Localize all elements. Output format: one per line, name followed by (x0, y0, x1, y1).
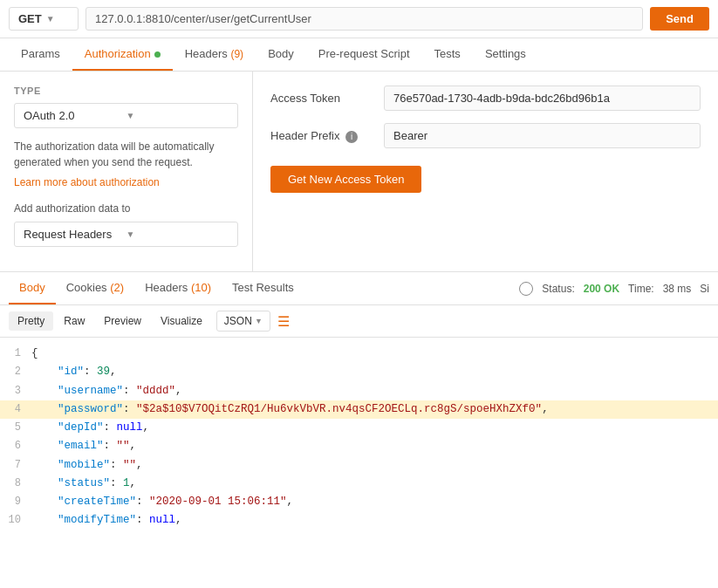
access-token-field: Access Token (270, 85, 701, 111)
add-to-select[interactable]: Request Headers ▼ (14, 222, 238, 247)
auth-desc: The authorization data will be automatic… (14, 139, 238, 170)
add-to-value: Request Headers (24, 228, 127, 241)
table-row: 6 "email": "", (0, 437, 718, 455)
visualize-button[interactable]: Visualize (152, 311, 211, 331)
status-label: Status: (542, 283, 574, 295)
header-prefix-info-icon[interactable]: i (345, 131, 358, 143)
auth-right: Access Token Header Prefix i Get New Acc… (253, 72, 718, 271)
send-button[interactable]: Send (650, 7, 709, 31)
tab-tests[interactable]: Tests (422, 38, 473, 71)
size-label: Si (700, 283, 709, 295)
line-content: { (31, 345, 718, 363)
line-content: "email": "", (31, 437, 718, 455)
tab-settings[interactable]: Settings (473, 38, 538, 71)
tab-prerequest[interactable]: Pre-request Script (306, 38, 422, 71)
line-content: "modifyTime": null, (31, 511, 718, 530)
tab-body-result[interactable]: Body (9, 272, 56, 304)
auth-panel: TYPE OAuth 2.0 ▼ The authorization data … (0, 72, 718, 272)
globe-icon (519, 282, 533, 296)
line-content: "mobile": "", (31, 456, 718, 475)
pretty-button[interactable]: Pretty (9, 311, 53, 331)
header-prefix-field: Header Prefix i (270, 123, 701, 148)
type-arrow-icon: ▼ (127, 111, 229, 120)
line-number: 3 (0, 382, 31, 400)
line-content: "id": 39, (31, 363, 718, 381)
line-number: 5 (0, 419, 31, 436)
table-row: 7 "mobile": "", (0, 456, 718, 475)
time-label: Time: (628, 283, 654, 295)
url-bar: GET ▼ Send (0, 0, 718, 38)
format-select[interactable]: JSON ▼ (216, 311, 270, 332)
line-number: 2 (0, 363, 31, 380)
table-row: 8 "status": 1, (0, 475, 718, 493)
top-tabs: Params Authorization Headers (9) Body Pr… (0, 38, 718, 72)
line-content: "password": "$2a$10$V7OQitCzRQ1/Hu6vkVbV… (31, 400, 718, 419)
table-row: 10 "modifyTime": null, (0, 511, 718, 530)
line-number: 6 (0, 437, 31, 455)
auth-dot (154, 51, 161, 58)
add-to-label: Add authorization data to (14, 202, 238, 215)
tab-authorization[interactable]: Authorization (72, 38, 173, 71)
tab-body[interactable]: Body (256, 38, 306, 71)
line-number: 7 (0, 456, 31, 474)
type-value: OAuth 2.0 (24, 109, 127, 122)
method-arrow-icon: ▼ (46, 14, 69, 24)
raw-button[interactable]: Raw (55, 311, 93, 331)
status-value: 200 OK (584, 283, 619, 295)
line-content: "depId": null, (31, 419, 718, 437)
type-label: TYPE (14, 85, 238, 96)
table-row: 5 "depId": null, (0, 419, 718, 437)
type-select[interactable]: OAuth 2.0 ▼ (14, 103, 238, 128)
format-arrow-icon: ▼ (255, 317, 263, 325)
tab-cookies[interactable]: Cookies (2) (56, 272, 134, 304)
bottom-tabs: Body Cookies (2) Headers (10) Test Resul… (0, 272, 718, 305)
format-value: JSON (224, 315, 252, 327)
url-input[interactable] (85, 7, 643, 31)
line-number: 9 (0, 493, 31, 510)
line-content: "createTime": "2020-09-01 15:06:11", (31, 493, 718, 511)
time-value: 38 ms (663, 283, 692, 295)
line-number: 8 (0, 475, 31, 492)
access-token-input[interactable] (384, 85, 701, 111)
line-content: "status": 1, (31, 475, 718, 493)
line-content: "username": "dddd", (31, 382, 718, 400)
table-row: 9 "createTime": "2020-09-01 15:06:11", (0, 493, 718, 511)
table-row: 2 "id": 39, (0, 363, 718, 381)
header-prefix-label: Header Prefix i (270, 129, 384, 143)
table-row: 4 "password": "$2a$10$V7OQitCzRQ1/Hu6vkV… (0, 400, 718, 419)
tab-params[interactable]: Params (9, 38, 72, 71)
learn-link[interactable]: Learn more about authorization (14, 176, 160, 188)
tab-headers[interactable]: Headers (9) (173, 38, 256, 71)
table-row: 3 "username": "dddd", (0, 382, 718, 400)
tab-headers-result[interactable]: Headers (10) (134, 272, 222, 304)
code-block: 1{2 "id": 39,3 "username": "dddd",4 "pas… (0, 338, 718, 537)
status-bar: Status: 200 OK Time: 38 ms Si (519, 282, 709, 296)
line-number: 4 (0, 400, 31, 418)
get-new-access-token-button[interactable]: Get New Access Token (270, 166, 421, 193)
auth-left: TYPE OAuth 2.0 ▼ The authorization data … (0, 72, 253, 271)
tab-test-results[interactable]: Test Results (222, 272, 304, 304)
access-token-label: Access Token (270, 92, 384, 105)
wrap-icon[interactable]: ☰ (277, 313, 290, 330)
table-row: 1{ (0, 345, 718, 363)
method-value: GET (18, 12, 42, 25)
add-to-arrow-icon: ▼ (127, 229, 229, 239)
line-number: 10 (0, 511, 31, 529)
line-number: 1 (0, 345, 31, 362)
preview-button[interactable]: Preview (95, 311, 150, 331)
method-select[interactable]: GET ▼ (9, 7, 79, 31)
header-prefix-input[interactable] (384, 123, 701, 148)
code-toolbar: Pretty Raw Preview Visualize JSON ▼ ☰ (0, 305, 718, 338)
